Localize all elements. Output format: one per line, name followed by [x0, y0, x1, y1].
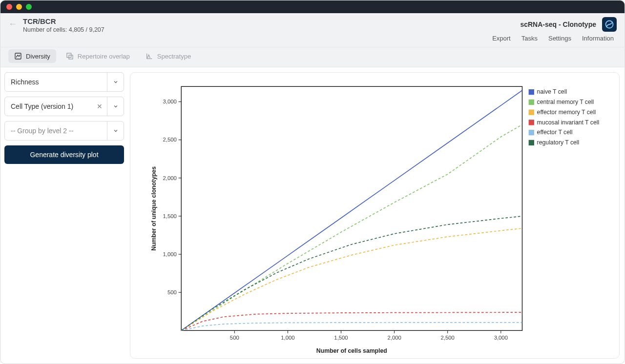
diversity-chart: 5001,0001,5002,0002,5003,0005001,0001,50… — [130, 73, 619, 358]
back-arrow-icon: ← — [8, 19, 17, 29]
body: Richness Cell Type (version 1) ✕ -- Grou… — [0, 67, 625, 364]
svg-rect-38 — [529, 120, 534, 125]
svg-text:1,500: 1,500 — [163, 213, 176, 219]
page-subtitle: Number of cells: 4,805 / 9,207 — [23, 26, 104, 33]
svg-text:regulatory T cell: regulatory T cell — [537, 139, 580, 146]
window-close-button[interactable] — [6, 4, 12, 10]
menu-tasks[interactable]: Tasks — [521, 35, 538, 42]
chart-panel: 5001,0001,5002,0002,5003,0005001,0001,50… — [130, 72, 620, 359]
svg-rect-36 — [529, 109, 534, 115]
app-window: ← TCR/BCR Number of cells: 4,805 / 9,207… — [0, 0, 625, 364]
svg-text:mucosal invariant T cell: mucosal invariant T cell — [537, 119, 600, 126]
page-title: TCR/BCR — [23, 17, 104, 25]
group2-select[interactable]: -- Group by level 2 -- — [4, 121, 124, 141]
svg-text:effector memory T cell: effector memory T cell — [537, 109, 596, 116]
svg-rect-32 — [529, 89, 534, 95]
metric-select[interactable]: Richness — [4, 72, 124, 92]
svg-text:2,000: 2,000 — [387, 335, 401, 341]
svg-rect-1 — [15, 53, 21, 59]
svg-rect-4 — [181, 86, 522, 330]
tab-spectratype-label: Spectratype — [157, 53, 191, 60]
header-left: ← TCR/BCR Number of cells: 4,805 / 9,207 — [8, 17, 104, 47]
app-logo-icon — [602, 17, 617, 32]
sidebar: Richness Cell Type (version 1) ✕ -- Grou… — [4, 72, 124, 359]
clear-icon[interactable]: ✕ — [92, 102, 107, 110]
svg-text:2,500: 2,500 — [441, 335, 455, 341]
svg-text:3,000: 3,000 — [494, 335, 508, 341]
chevron-down-icon[interactable] — [107, 97, 124, 116]
tabs: Diversity Repertoire overlap Spectratype — [0, 47, 625, 67]
chevron-down-icon[interactable] — [107, 121, 124, 140]
menu-settings[interactable]: Settings — [548, 35, 571, 42]
chevron-down-icon[interactable] — [107, 73, 124, 91]
header: ← TCR/BCR Number of cells: 4,805 / 9,207… — [0, 13, 625, 47]
spectratype-icon — [146, 52, 153, 60]
header-right-top: scRNA-seq - Clonotype — [520, 17, 617, 32]
svg-rect-34 — [529, 100, 534, 105]
menu-export[interactable]: Export — [492, 35, 511, 42]
svg-text:central memory T cell: central memory T cell — [537, 99, 594, 105]
titlebar — [0, 0, 625, 13]
tab-spectratype[interactable]: Spectratype — [140, 49, 197, 63]
svg-text:Number of unique clonotypes: Number of unique clonotypes — [150, 166, 157, 251]
diversity-icon — [14, 52, 22, 60]
title-block: TCR/BCR Number of cells: 4,805 / 9,207 — [23, 17, 104, 37]
svg-text:effector T cell: effector T cell — [537, 129, 573, 136]
svg-text:1,000: 1,000 — [163, 251, 176, 257]
tab-overlap-label: Repertoire overlap — [78, 53, 130, 60]
svg-text:2,000: 2,000 — [163, 175, 176, 181]
svg-text:1,000: 1,000 — [281, 335, 294, 341]
tab-diversity[interactable]: Diversity — [8, 49, 56, 63]
svg-text:3,000: 3,000 — [163, 99, 176, 104]
overlap-icon — [66, 52, 74, 60]
window-minimize-button[interactable] — [16, 4, 22, 10]
header-menu: Export Tasks Settings Information — [492, 35, 617, 47]
svg-text:1,500: 1,500 — [334, 335, 348, 341]
group1-select-label: Cell Type (version 1) — [5, 102, 92, 110]
svg-text:500: 500 — [167, 289, 177, 295]
metric-select-label: Richness — [5, 78, 107, 86]
generate-plot-button[interactable]: Generate diversity plot — [4, 145, 124, 164]
tab-diversity-label: Diversity — [26, 53, 50, 60]
context-label: scRNA-seq - Clonotype — [520, 20, 596, 28]
svg-text:Number of cells sampled: Number of cells sampled — [316, 347, 387, 354]
svg-rect-42 — [529, 140, 534, 145]
header-right: scRNA-seq - Clonotype Export Tasks Setti… — [492, 17, 617, 47]
svg-text:2,500: 2,500 — [163, 137, 176, 142]
svg-text:naive T cell: naive T cell — [537, 88, 567, 95]
tab-repertoire-overlap[interactable]: Repertoire overlap — [60, 49, 136, 63]
svg-rect-40 — [529, 130, 534, 135]
menu-information[interactable]: Information — [582, 35, 614, 42]
group2-select-placeholder: -- Group by level 2 -- — [5, 127, 107, 135]
svg-text:500: 500 — [230, 335, 239, 341]
window-zoom-button[interactable] — [26, 4, 32, 10]
group1-select[interactable]: Cell Type (version 1) ✕ — [4, 97, 124, 116]
